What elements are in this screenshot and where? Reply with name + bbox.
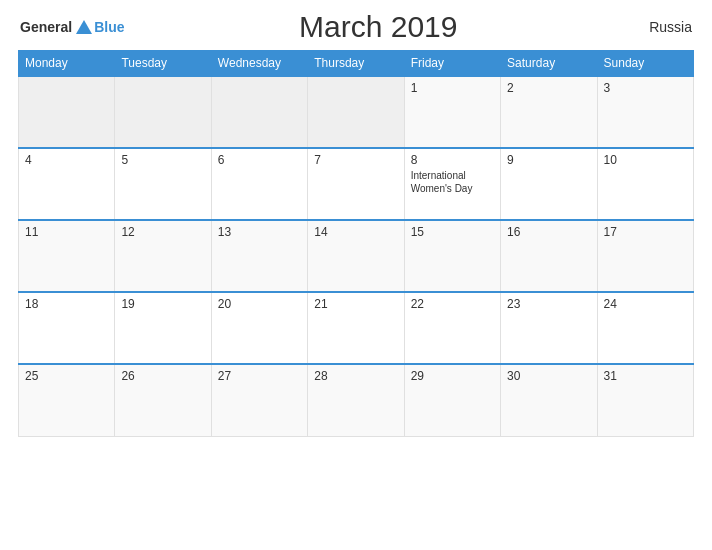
day-number: 23 <box>507 297 590 311</box>
weekday-header-row: Monday Tuesday Wednesday Thursday Friday… <box>19 51 694 77</box>
calendar-cell: 30 <box>501 364 597 436</box>
header-friday: Friday <box>404 51 500 77</box>
calendar-cell: 19 <box>115 292 211 364</box>
calendar-cell: 24 <box>597 292 693 364</box>
calendar-week-row: 11121314151617 <box>19 220 694 292</box>
calendar-cell: 31 <box>597 364 693 436</box>
day-number: 3 <box>604 81 687 95</box>
header-thursday: Thursday <box>308 51 404 77</box>
calendar-cell: 20 <box>211 292 307 364</box>
calendar-cell: 4 <box>19 148 115 220</box>
calendar-week-row: 123 <box>19 76 694 148</box>
day-number: 9 <box>507 153 590 167</box>
logo-general-text: General <box>20 19 72 35</box>
calendar-cell: 21 <box>308 292 404 364</box>
header-tuesday: Tuesday <box>115 51 211 77</box>
calendar-title: March 2019 <box>124 10 632 44</box>
calendar-cell: 6 <box>211 148 307 220</box>
day-number: 27 <box>218 369 301 383</box>
calendar-cell: 15 <box>404 220 500 292</box>
calendar-cell <box>19 76 115 148</box>
day-number: 26 <box>121 369 204 383</box>
day-number: 21 <box>314 297 397 311</box>
calendar-page: General Blue March 2019 Russia Monday Tu… <box>0 0 712 550</box>
day-number: 15 <box>411 225 494 239</box>
header-sunday: Sunday <box>597 51 693 77</box>
day-number: 5 <box>121 153 204 167</box>
day-number: 30 <box>507 369 590 383</box>
logo: General Blue <box>20 19 124 35</box>
calendar-week-row: 25262728293031 <box>19 364 694 436</box>
day-number: 13 <box>218 225 301 239</box>
holiday-name: International Women's Day <box>411 169 494 195</box>
day-number: 10 <box>604 153 687 167</box>
day-number: 4 <box>25 153 108 167</box>
calendar-cell: 11 <box>19 220 115 292</box>
calendar-cell: 1 <box>404 76 500 148</box>
calendar-cell: 14 <box>308 220 404 292</box>
calendar-cell: 12 <box>115 220 211 292</box>
day-number: 1 <box>411 81 494 95</box>
header-monday: Monday <box>19 51 115 77</box>
header-wednesday: Wednesday <box>211 51 307 77</box>
calendar-table: Monday Tuesday Wednesday Thursday Friday… <box>18 50 694 437</box>
calendar-cell: 2 <box>501 76 597 148</box>
logo-triangle-icon <box>76 20 92 34</box>
day-number: 24 <box>604 297 687 311</box>
calendar-cell: 18 <box>19 292 115 364</box>
calendar-cell: 16 <box>501 220 597 292</box>
header: General Blue March 2019 Russia <box>18 10 694 44</box>
day-number: 2 <box>507 81 590 95</box>
calendar-cell: 22 <box>404 292 500 364</box>
header-saturday: Saturday <box>501 51 597 77</box>
calendar-cell: 5 <box>115 148 211 220</box>
calendar-cell: 28 <box>308 364 404 436</box>
calendar-cell: 7 <box>308 148 404 220</box>
calendar-cell: 26 <box>115 364 211 436</box>
calendar-cell <box>308 76 404 148</box>
calendar-cell <box>211 76 307 148</box>
calendar-cell: 9 <box>501 148 597 220</box>
calendar-cell: 3 <box>597 76 693 148</box>
day-number: 20 <box>218 297 301 311</box>
day-number: 8 <box>411 153 494 167</box>
day-number: 14 <box>314 225 397 239</box>
logo-blue-text: Blue <box>94 19 124 35</box>
country-label: Russia <box>632 19 692 35</box>
day-number: 31 <box>604 369 687 383</box>
day-number: 29 <box>411 369 494 383</box>
day-number: 18 <box>25 297 108 311</box>
day-number: 12 <box>121 225 204 239</box>
calendar-cell: 8International Women's Day <box>404 148 500 220</box>
calendar-cell: 27 <box>211 364 307 436</box>
calendar-cell: 10 <box>597 148 693 220</box>
calendar-cell: 13 <box>211 220 307 292</box>
calendar-cell: 29 <box>404 364 500 436</box>
day-number: 22 <box>411 297 494 311</box>
day-number: 11 <box>25 225 108 239</box>
day-number: 19 <box>121 297 204 311</box>
day-number: 6 <box>218 153 301 167</box>
day-number: 7 <box>314 153 397 167</box>
calendar-week-row: 18192021222324 <box>19 292 694 364</box>
day-number: 25 <box>25 369 108 383</box>
calendar-week-row: 45678International Women's Day910 <box>19 148 694 220</box>
calendar-cell: 17 <box>597 220 693 292</box>
day-number: 16 <box>507 225 590 239</box>
calendar-cell <box>115 76 211 148</box>
calendar-cell: 23 <box>501 292 597 364</box>
day-number: 17 <box>604 225 687 239</box>
calendar-cell: 25 <box>19 364 115 436</box>
day-number: 28 <box>314 369 397 383</box>
